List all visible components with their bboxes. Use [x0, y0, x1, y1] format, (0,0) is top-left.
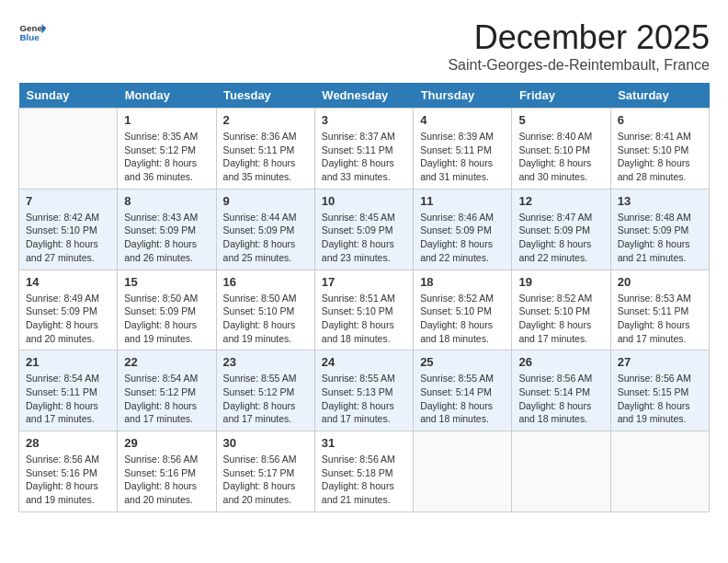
calendar-cell: [19, 109, 118, 190]
day-number: 11: [420, 194, 505, 208]
calendar-cell: 29Sunrise: 8:56 AMSunset: 5:16 PMDayligh…: [118, 431, 216, 512]
calendar-cell: 6Sunrise: 8:41 AMSunset: 5:10 PMDaylight…: [610, 109, 709, 190]
day-info: Sunrise: 8:49 AMSunset: 5:09 PMDaylight:…: [26, 292, 110, 346]
calendar-cell: 10Sunrise: 8:45 AMSunset: 5:09 PMDayligh…: [314, 189, 413, 270]
day-number: 14: [26, 275, 110, 289]
calendar-cell: 2Sunrise: 8:36 AMSunset: 5:11 PMDaylight…: [216, 109, 314, 190]
day-number: 21: [26, 355, 110, 369]
calendar-cell: 4Sunrise: 8:39 AMSunset: 5:11 PMDaylight…: [414, 109, 512, 190]
day-number: 9: [223, 194, 308, 208]
day-number: 27: [618, 355, 702, 369]
calendar-cell: 7Sunrise: 8:42 AMSunset: 5:10 PMDaylight…: [19, 189, 118, 270]
calendar-cell: 15Sunrise: 8:50 AMSunset: 5:09 PMDayligh…: [118, 270, 216, 350]
calendar-cell: 11Sunrise: 8:46 AMSunset: 5:09 PMDayligh…: [414, 189, 512, 270]
day-info: Sunrise: 8:45 AMSunset: 5:09 PMDaylight:…: [322, 211, 406, 265]
weekday-header-monday: Monday: [118, 83, 216, 109]
day-info: Sunrise: 8:47 AMSunset: 5:09 PMDaylight:…: [518, 211, 603, 265]
calendar-cell: 31Sunrise: 8:56 AMSunset: 5:18 PMDayligh…: [314, 431, 413, 512]
calendar-cell: 3Sunrise: 8:37 AMSunset: 5:11 PMDaylight…: [314, 109, 413, 190]
weekday-header-saturday: Saturday: [610, 83, 709, 109]
day-info: Sunrise: 8:48 AMSunset: 5:09 PMDaylight:…: [618, 211, 702, 265]
calendar-cell: 21Sunrise: 8:54 AMSunset: 5:11 PMDayligh…: [19, 350, 118, 431]
day-number: 4: [420, 113, 505, 127]
day-number: 23: [223, 355, 308, 369]
day-number: 22: [124, 355, 209, 369]
weekday-header-wednesday: Wednesday: [314, 83, 413, 109]
calendar-cell: 8Sunrise: 8:43 AMSunset: 5:09 PMDaylight…: [118, 189, 216, 270]
calendar-week-row: 28Sunrise: 8:56 AMSunset: 5:16 PMDayligh…: [19, 431, 710, 512]
day-info: Sunrise: 8:56 AMSunset: 5:15 PMDaylight:…: [618, 372, 702, 426]
location-title: Saint-Georges-de-Reintembault, France: [448, 57, 710, 74]
day-number: 2: [223, 113, 308, 127]
calendar-cell: 1Sunrise: 8:35 AMSunset: 5:12 PMDaylight…: [118, 109, 216, 190]
calendar-cell: 18Sunrise: 8:52 AMSunset: 5:10 PMDayligh…: [414, 270, 512, 350]
calendar-cell: 30Sunrise: 8:56 AMSunset: 5:17 PMDayligh…: [216, 431, 314, 512]
calendar-cell: [610, 431, 709, 512]
day-info: Sunrise: 8:50 AMSunset: 5:09 PMDaylight:…: [124, 292, 209, 346]
calendar-cell: 16Sunrise: 8:50 AMSunset: 5:10 PMDayligh…: [216, 270, 314, 350]
calendar-cell: 14Sunrise: 8:49 AMSunset: 5:09 PMDayligh…: [19, 270, 118, 350]
day-number: 17: [322, 275, 406, 289]
calendar-week-row: 21Sunrise: 8:54 AMSunset: 5:11 PMDayligh…: [19, 350, 710, 431]
day-info: Sunrise: 8:35 AMSunset: 5:12 PMDaylight:…: [124, 130, 209, 184]
logo: General Blue: [18, 18, 46, 46]
day-number: 26: [518, 355, 603, 369]
day-info: Sunrise: 8:51 AMSunset: 5:10 PMDaylight:…: [322, 292, 406, 346]
day-info: Sunrise: 8:52 AMSunset: 5:10 PMDaylight:…: [518, 292, 603, 346]
day-number: 20: [618, 275, 702, 289]
day-info: Sunrise: 8:43 AMSunset: 5:09 PMDaylight:…: [124, 211, 209, 265]
day-info: Sunrise: 8:44 AMSunset: 5:09 PMDaylight:…: [223, 211, 308, 265]
calendar-cell: 22Sunrise: 8:54 AMSunset: 5:12 PMDayligh…: [118, 350, 216, 431]
day-info: Sunrise: 8:56 AMSunset: 5:14 PMDaylight:…: [518, 372, 603, 426]
page-header: General Blue December 2025 Saint-Georges…: [18, 18, 710, 74]
month-title: December 2025: [448, 18, 710, 57]
calendar-cell: 19Sunrise: 8:52 AMSunset: 5:10 PMDayligh…: [512, 270, 610, 350]
day-number: 25: [420, 355, 505, 369]
calendar-cell: 26Sunrise: 8:56 AMSunset: 5:14 PMDayligh…: [512, 350, 610, 431]
calendar-cell: 25Sunrise: 8:55 AMSunset: 5:14 PMDayligh…: [414, 350, 512, 431]
calendar-cell: 20Sunrise: 8:53 AMSunset: 5:11 PMDayligh…: [610, 270, 709, 350]
day-number: 6: [618, 113, 702, 127]
day-info: Sunrise: 8:54 AMSunset: 5:12 PMDaylight:…: [124, 372, 209, 426]
day-info: Sunrise: 8:52 AMSunset: 5:10 PMDaylight:…: [420, 292, 505, 346]
day-info: Sunrise: 8:40 AMSunset: 5:10 PMDaylight:…: [518, 130, 603, 184]
day-number: 28: [26, 436, 110, 450]
day-info: Sunrise: 8:56 AMSunset: 5:17 PMDaylight:…: [223, 453, 308, 507]
day-info: Sunrise: 8:55 AMSunset: 5:12 PMDaylight:…: [223, 372, 308, 426]
day-number: 13: [618, 194, 702, 208]
day-info: Sunrise: 8:50 AMSunset: 5:10 PMDaylight:…: [223, 292, 308, 346]
weekday-header-row: SundayMondayTuesdayWednesdayThursdayFrid…: [19, 83, 710, 109]
calendar-week-row: 1Sunrise: 8:35 AMSunset: 5:12 PMDaylight…: [19, 109, 710, 190]
title-area: December 2025 Saint-Georges-de-Reintemba…: [448, 18, 710, 74]
weekday-header-tuesday: Tuesday: [216, 83, 314, 109]
day-info: Sunrise: 8:41 AMSunset: 5:10 PMDaylight:…: [618, 130, 702, 184]
day-number: 16: [223, 275, 308, 289]
calendar-cell: 12Sunrise: 8:47 AMSunset: 5:09 PMDayligh…: [512, 189, 610, 270]
day-number: 12: [518, 194, 603, 208]
day-info: Sunrise: 8:42 AMSunset: 5:10 PMDaylight:…: [26, 211, 110, 265]
day-number: 7: [26, 194, 110, 208]
calendar-week-row: 14Sunrise: 8:49 AMSunset: 5:09 PMDayligh…: [19, 270, 710, 350]
calendar-cell: [414, 431, 512, 512]
svg-text:Blue: Blue: [20, 32, 40, 42]
day-number: 8: [124, 194, 209, 208]
calendar-cell: 23Sunrise: 8:55 AMSunset: 5:12 PMDayligh…: [216, 350, 314, 431]
day-number: 10: [322, 194, 406, 208]
day-info: Sunrise: 8:56 AMSunset: 5:18 PMDaylight:…: [322, 453, 406, 507]
day-number: 5: [518, 113, 603, 127]
day-info: Sunrise: 8:56 AMSunset: 5:16 PMDaylight:…: [124, 453, 209, 507]
calendar-cell: 24Sunrise: 8:55 AMSunset: 5:13 PMDayligh…: [314, 350, 413, 431]
calendar-cell: 9Sunrise: 8:44 AMSunset: 5:09 PMDaylight…: [216, 189, 314, 270]
day-number: 31: [322, 436, 406, 450]
day-info: Sunrise: 8:53 AMSunset: 5:11 PMDaylight:…: [618, 292, 702, 346]
day-info: Sunrise: 8:46 AMSunset: 5:09 PMDaylight:…: [420, 211, 505, 265]
calendar-cell: 13Sunrise: 8:48 AMSunset: 5:09 PMDayligh…: [610, 189, 709, 270]
calendar-cell: [512, 431, 610, 512]
calendar-week-row: 7Sunrise: 8:42 AMSunset: 5:10 PMDaylight…: [19, 189, 710, 270]
day-number: 3: [322, 113, 406, 127]
calendar-cell: 27Sunrise: 8:56 AMSunset: 5:15 PMDayligh…: [610, 350, 709, 431]
day-info: Sunrise: 8:54 AMSunset: 5:11 PMDaylight:…: [26, 372, 110, 426]
day-number: 1: [124, 113, 209, 127]
day-info: Sunrise: 8:39 AMSunset: 5:11 PMDaylight:…: [420, 130, 505, 184]
logo-icon: General Blue: [18, 18, 46, 46]
